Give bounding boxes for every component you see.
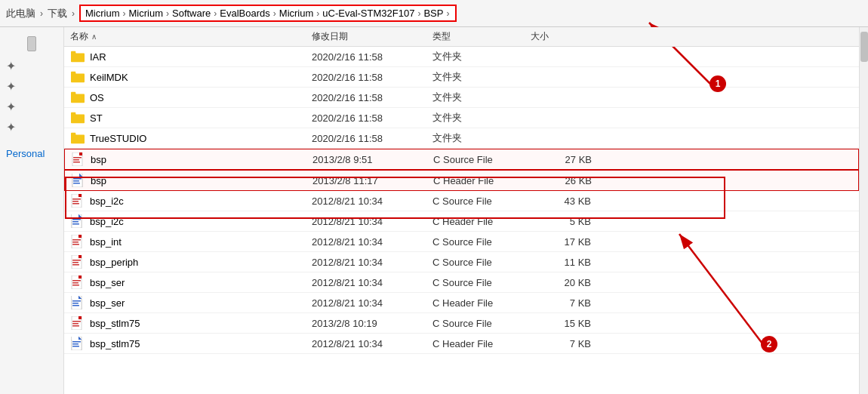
sep1: › <box>40 8 43 19</box>
file-name: bsp <box>91 154 106 165</box>
file-row[interactable]: bsp_i2c2012/8/21 10:34C Header File5 KB <box>64 211 859 232</box>
file-row[interactable]: bsp_periph2012/8/21 10:34C Source File11… <box>64 252 859 272</box>
breadcrumb-evalboards[interactable]: EvalBoards <box>220 8 269 19</box>
file-date: 2012/8/21 10:34 <box>312 216 432 227</box>
svg-rect-24 <box>72 174 79 177</box>
file-row[interactable]: bsp_ser2012/8/21 10:34C Source File20 KB <box>64 272 859 293</box>
pin-button-3[interactable]: ✦ <box>0 98 22 115</box>
file-name: IAR <box>90 51 106 63</box>
file-size: 17 KB <box>531 236 591 248</box>
file-name: bsp_stlm75 <box>90 338 140 349</box>
file-row[interactable]: bsp_ser2012/8/21 10:34C Header File7 KB <box>64 293 859 313</box>
c-header-icon <box>70 295 85 310</box>
sep2: › <box>72 8 75 19</box>
svg-rect-19 <box>73 159 79 161</box>
breadcrumb-micrium1[interactable]: Micrium <box>85 8 120 19</box>
file-type: C Header File <box>432 338 531 349</box>
file-row[interactable]: OS2020/2/16 11:58文件夹 <box>64 88 859 108</box>
file-type: 文件夹 <box>432 70 531 84</box>
breadcrumb-path-highlighted[interactable]: Micrium › Micrium › Software › EvalBoard… <box>79 5 457 22</box>
sep8: › <box>417 8 420 19</box>
main-content: ✦ ✦ ✦ ✦ Personal 名称 ∧ 修改日期 <box>0 27 868 394</box>
file-name: bsp_int <box>90 236 122 248</box>
folder-icon <box>70 131 85 146</box>
sep7: › <box>316 8 319 19</box>
file-name: bsp_stlm75 <box>90 318 140 329</box>
svg-rect-41 <box>72 221 78 223</box>
file-date: 2013/2/8 9:51 <box>312 154 433 165</box>
file-name: bsp_i2c <box>90 195 124 207</box>
file-size: 7 KB <box>531 338 591 349</box>
folder-icon <box>70 90 85 105</box>
pin-button-4[interactable]: ✦ <box>0 119 22 136</box>
file-date: 2012/8/21 10:34 <box>312 236 432 248</box>
file-size: 20 KB <box>531 277 591 288</box>
col-header-date[interactable]: 修改日期 <box>312 30 432 43</box>
file-row[interactable]: bsp2013/2/8 9:51C Source File27 KB <box>64 149 859 170</box>
svg-rect-53 <box>72 262 78 263</box>
file-row[interactable]: bsp_int2012/8/21 10:34C Source File17 KB <box>64 232 859 252</box>
col-header-name[interactable]: 名称 ∧ <box>70 30 312 43</box>
svg-rect-73 <box>72 323 78 325</box>
col-header-type[interactable]: 类型 <box>432 30 531 43</box>
file-type: C Source File <box>432 195 531 207</box>
file-date: 2020/2/16 11:58 <box>312 72 432 83</box>
svg-rect-11 <box>71 112 75 115</box>
file-name: bsp <box>91 175 106 186</box>
sidebar: ✦ ✦ ✦ ✦ Personal <box>0 27 64 394</box>
scrollbar-vertical[interactable] <box>859 27 868 394</box>
svg-rect-52 <box>72 260 81 261</box>
pin-button-2[interactable]: ✦ <box>0 78 22 95</box>
svg-rect-66 <box>72 300 81 302</box>
svg-rect-64 <box>72 296 78 299</box>
c-source-icon <box>70 193 85 208</box>
scroll-up[interactable] <box>27 36 36 51</box>
file-row[interactable]: bsp_i2c2012/8/21 10:34C Source File43 KB <box>64 191 859 211</box>
file-date: 2012/8/21 10:34 <box>312 338 432 349</box>
sidebar-personal[interactable]: Personal <box>0 145 51 162</box>
sep4: › <box>166 8 169 19</box>
breadcrumb-bsp[interactable]: BSP <box>423 8 443 19</box>
scroll-thumb[interactable] <box>860 32 868 62</box>
svg-rect-78 <box>72 337 78 340</box>
file-type: 文件夹 <box>432 50 531 63</box>
file-type: C Header File <box>432 216 531 227</box>
file-row[interactable]: IAR2020/2/16 11:58文件夹 <box>64 47 859 67</box>
file-name: bsp_periph <box>90 257 138 268</box>
file-type: C Header File <box>432 297 531 309</box>
file-date: 2013/2/8 10:19 <box>312 318 432 329</box>
file-date: 2020/2/16 11:58 <box>312 133 432 144</box>
file-type: 文件夹 <box>432 111 531 125</box>
breadcrumb-thispc[interactable]: 此电脑 <box>6 7 35 20</box>
breadcrumb-micrium3[interactable]: Micrium <box>279 8 314 19</box>
svg-rect-26 <box>73 178 82 180</box>
file-size: 26 KB <box>531 175 592 186</box>
file-list: IAR2020/2/16 11:58文件夹 KeilMDK2020/2/16 1… <box>64 47 859 354</box>
svg-rect-2 <box>71 51 75 54</box>
file-row[interactable]: bsp2013/2/8 11:17C Header File26 KB <box>64 170 859 191</box>
col-header-size[interactable]: 大小 <box>531 30 591 43</box>
breadcrumb-software[interactable]: Software <box>172 8 211 19</box>
sort-arrow-name: ∧ <box>91 32 97 41</box>
file-row[interactable]: ST2020/2/16 11:58文件夹 <box>64 108 859 128</box>
folder-icon <box>70 49 85 64</box>
svg-rect-59 <box>72 282 78 284</box>
file-row[interactable]: bsp_stlm752012/8/21 10:34C Header File7 … <box>64 334 859 354</box>
c-header-icon <box>71 173 86 188</box>
file-row[interactable]: bsp_stlm752013/2/8 10:19C Source File15 … <box>64 313 859 334</box>
svg-rect-28 <box>73 183 80 184</box>
sep5: › <box>214 8 217 19</box>
c-source-icon <box>70 316 85 331</box>
svg-rect-33 <box>72 201 78 202</box>
breadcrumb-micrium2[interactable]: Micrium <box>129 8 164 19</box>
svg-rect-27 <box>73 180 79 182</box>
pin-button-1[interactable]: ✦ <box>0 57 22 75</box>
file-row[interactable]: KeilMDK2020/2/16 11:58文件夹 <box>64 67 859 88</box>
breadcrumb-uc-eval[interactable]: uC-Eval-STM32F107 <box>322 8 414 19</box>
file-row[interactable]: TrueSTUDIO2020/2/16 11:58文件夹 <box>64 128 859 149</box>
svg-rect-18 <box>73 157 82 159</box>
c-source-icon <box>70 234 85 249</box>
svg-rect-42 <box>72 223 79 225</box>
breadcrumb-downloads[interactable]: 下载 <box>48 7 67 20</box>
file-type: C Source File <box>432 236 531 248</box>
